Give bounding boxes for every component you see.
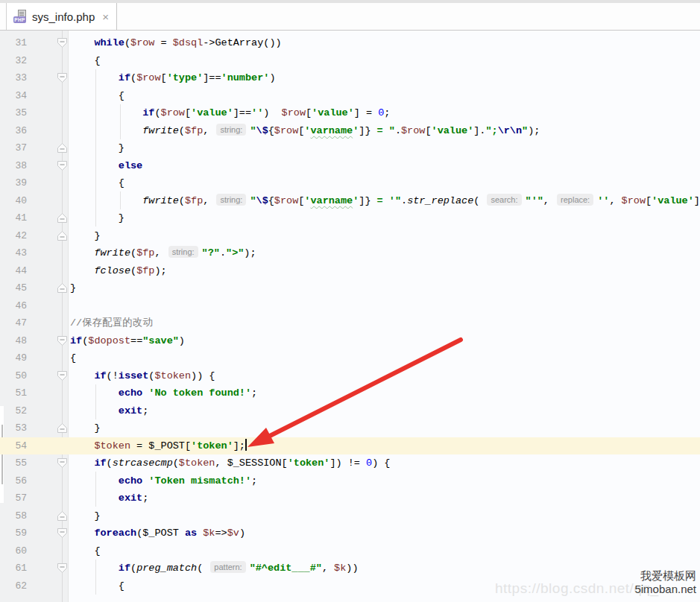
- line-number[interactable]: 35: [0, 104, 27, 122]
- line-number[interactable]: 57: [0, 489, 27, 507]
- line-number[interactable]: 38: [0, 157, 27, 175]
- code-line: 60 {: [0, 542, 700, 560]
- php-badge: PHP: [13, 16, 26, 23]
- code-text: if(!isset($token)) {: [68, 367, 215, 385]
- code-text: fwrite($fp, string:"\${$row['varname']} …: [68, 192, 700, 210]
- line-number[interactable]: 54: [0, 437, 27, 455]
- token-kw: if: [94, 457, 106, 469]
- line-number[interactable]: 50: [0, 367, 27, 385]
- line-number[interactable]: 51: [0, 384, 27, 402]
- code-line: 43 fwrite($fp, string:"?".">");: [0, 244, 700, 262]
- token-sg: $_POST: [148, 440, 185, 452]
- line-number[interactable]: 36: [0, 122, 27, 140]
- watermark-site-name: 我爱模板网: [634, 569, 696, 583]
- tab-title: sys_info.php: [32, 10, 95, 23]
- fold-down-icon[interactable]: [57, 457, 68, 469]
- token-str: 'token': [288, 457, 330, 469]
- fold-down-icon[interactable]: [57, 335, 68, 346]
- fold-spacer: [57, 387, 68, 399]
- line-number[interactable]: 44: [0, 262, 27, 280]
- line-number[interactable]: 55: [0, 454, 27, 472]
- token-str: 'value': [312, 107, 354, 118]
- token-sg: $_SESSION: [227, 457, 282, 469]
- line-number[interactable]: 37: [0, 139, 27, 157]
- token-str: "?": [202, 247, 220, 259]
- code-line: 49{: [0, 349, 700, 367]
- close-icon[interactable]: ×: [102, 10, 109, 23]
- line-number[interactable]: 34: [0, 87, 27, 105]
- fold-down-icon[interactable]: [57, 72, 68, 83]
- line-number[interactable]: 49: [0, 349, 27, 367]
- line-number[interactable]: 56: [0, 472, 27, 490]
- fold-up-icon[interactable]: [57, 230, 68, 241]
- token-fn: fclose: [94, 265, 130, 276]
- line-number[interactable]: 45: [0, 279, 27, 297]
- line-number[interactable]: 61: [0, 560, 27, 577]
- fold-down-icon[interactable]: [57, 160, 68, 171]
- line-number[interactable]: 48: [0, 332, 27, 350]
- line-number[interactable]: 43: [0, 244, 27, 262]
- token-kw: foreach: [94, 527, 136, 539]
- fold-up-icon[interactable]: [57, 142, 68, 153]
- tab-sys-info-php[interactable]: PHP sys_info.php ×: [6, 3, 117, 30]
- code-text: if(preg_match( pattern:"#^edit___#", $k)…: [68, 560, 358, 577]
- line-number[interactable]: 31: [0, 34, 27, 52]
- line-number[interactable]: 53: [0, 419, 27, 437]
- token-str: 'value': [191, 107, 233, 118]
- line-number[interactable]: 62: [0, 577, 27, 595]
- token-fn: str_replace: [407, 195, 473, 206]
- token-str: = ": [371, 125, 395, 136]
- token-esc: \r\n: [498, 125, 522, 136]
- token-var: $token: [94, 440, 130, 452]
- token-str: "save": [142, 335, 179, 346]
- code-text: foreach($_POST as $k=>$v): [68, 525, 245, 542]
- line-number[interactable]: 58: [0, 507, 27, 525]
- code-editor[interactable]: 31 while($row = $dsql->GetArray())32 {33…: [0, 31, 700, 602]
- line-number[interactable]: 47: [0, 314, 27, 332]
- fold-down-icon[interactable]: [57, 370, 68, 381]
- fold-up-icon[interactable]: [57, 422, 68, 434]
- code-text: }: [68, 227, 101, 245]
- line-number[interactable]: 41: [0, 209, 27, 227]
- fold-down-icon[interactable]: [57, 563, 68, 574]
- token-var: $dsql: [173, 37, 204, 48]
- code-line: 34 {: [0, 87, 700, 105]
- token-typo: varname: [310, 125, 353, 136]
- line-number[interactable]: 42: [0, 227, 27, 245]
- token-str: 'Token mismatch!': [148, 475, 251, 487]
- fold-spacer: [57, 352, 68, 364]
- token-kw: if: [70, 335, 82, 346]
- line-number[interactable]: 33: [0, 69, 27, 87]
- fold-spacer: [57, 247, 68, 259]
- line-number[interactable]: 46: [0, 297, 27, 315]
- code-line: 38 else: [0, 157, 700, 175]
- fold-up-icon[interactable]: [57, 282, 68, 294]
- token-kw: if: [119, 72, 130, 83]
- line-number[interactable]: 40: [0, 192, 27, 210]
- token-fn: strcasecmp: [113, 457, 173, 469]
- token-str: ": [250, 125, 256, 136]
- code-text: {: [68, 52, 101, 70]
- fold-up-icon[interactable]: [57, 212, 68, 224]
- token-str: 'value': [652, 195, 694, 206]
- line-number[interactable]: 32: [0, 52, 27, 70]
- watermark-block: 我爱模板网 5imoban.net: [634, 569, 696, 596]
- line-number[interactable]: 52: [0, 402, 27, 420]
- token-var: $k: [334, 563, 346, 574]
- token-var: $row: [622, 195, 646, 206]
- fold-down-icon[interactable]: [57, 37, 68, 48]
- fold-down-icon[interactable]: [57, 527, 68, 539]
- code-line: 44 fclose($fp);: [0, 262, 700, 280]
- token-var: $row: [136, 72, 160, 83]
- line-number[interactable]: 59: [0, 525, 27, 542]
- param-hint: string:: [216, 124, 246, 136]
- code-line: 55 if(strcasecmp($token, $_SESSION['toke…: [0, 454, 700, 472]
- token-var: $row: [282, 107, 306, 118]
- line-number[interactable]: 39: [0, 174, 27, 192]
- code-text: echo 'Token mismatch!';: [68, 472, 257, 490]
- token-str: 'No token found!': [148, 387, 251, 399]
- line-number[interactable]: 60: [0, 542, 27, 560]
- code-line: 47//保存配置的改动: [0, 314, 700, 332]
- fold-up-icon[interactable]: [57, 510, 68, 522]
- token-kw: exit: [119, 405, 142, 416]
